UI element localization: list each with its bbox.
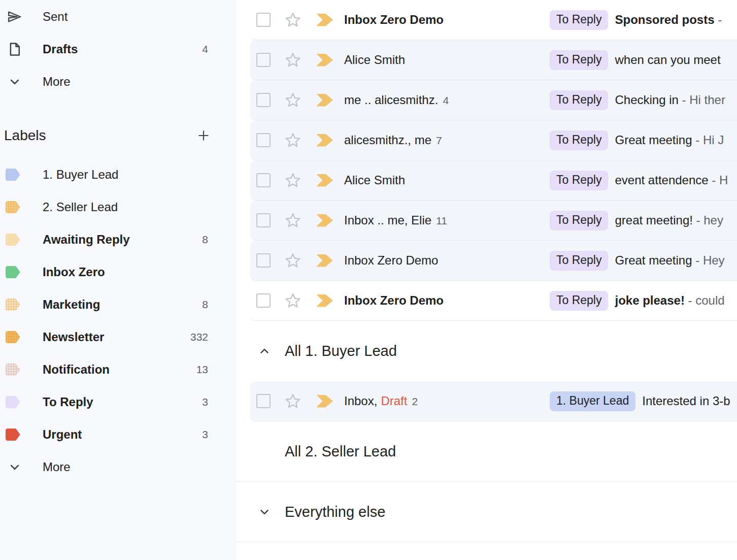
star-icon[interactable] bbox=[284, 251, 302, 270]
email-row[interactable]: Inbox .. me, Elie11 To Reply great meeti… bbox=[250, 201, 737, 241]
sidebar-item-label: More bbox=[43, 75, 71, 89]
subject-snippet: Checking in - Hi ther bbox=[615, 93, 737, 107]
label-tag-icon bbox=[5, 331, 21, 344]
sidebar-item-label: More bbox=[43, 460, 71, 474]
star-icon[interactable] bbox=[284, 11, 302, 29]
select-checkbox[interactable] bbox=[256, 13, 271, 27]
star-icon[interactable] bbox=[284, 51, 302, 69]
drafts-icon bbox=[7, 42, 22, 57]
star-icon[interactable] bbox=[284, 131, 302, 149]
labels-header: Labels bbox=[0, 120, 237, 151]
importance-marker-icon[interactable] bbox=[316, 174, 333, 187]
sidebar-label-marketing[interactable]: Marketing 8 bbox=[0, 288, 237, 321]
sidebar: Sent Drafts 4 More Labels 1. Bu bbox=[0, 0, 237, 560]
email-row[interactable]: Inbox Zero Demo To Reply Sponsored posts… bbox=[250, 0, 737, 40]
label-chip-to-reply[interactable]: To Reply bbox=[550, 171, 608, 190]
label-chip-to-reply[interactable]: To Reply bbox=[550, 291, 608, 311]
section-header-everything-else[interactable]: Everything else bbox=[237, 482, 737, 542]
star-icon[interactable] bbox=[284, 211, 302, 229]
label-name: Newsletter bbox=[43, 330, 104, 344]
label-count: 8 bbox=[202, 299, 208, 311]
importance-marker-icon[interactable] bbox=[316, 254, 333, 267]
thread-count: 2 bbox=[412, 396, 418, 408]
importance-marker-icon[interactable] bbox=[316, 294, 333, 307]
snippet: could bbox=[695, 293, 724, 307]
sender-name: alicesmithz., me bbox=[344, 133, 431, 147]
snippet: hey bbox=[704, 213, 723, 227]
select-checkbox[interactable] bbox=[256, 173, 271, 187]
importance-marker-icon[interactable] bbox=[316, 395, 333, 408]
chevron-up-icon[interactable] bbox=[258, 345, 271, 358]
snippet: Hi ther bbox=[689, 93, 725, 107]
select-checkbox[interactable] bbox=[256, 133, 271, 147]
chevron-down-icon[interactable] bbox=[258, 505, 271, 518]
label-chip-to-reply[interactable]: To Reply bbox=[550, 90, 608, 110]
sidebar-label-inbox-zero[interactable]: Inbox Zero bbox=[0, 256, 237, 288]
label-chip-to-reply[interactable]: To Reply bbox=[550, 211, 608, 230]
subject: event attendence bbox=[615, 173, 708, 187]
sender-name: Inbox Zero Demo bbox=[344, 13, 444, 27]
label-chip-to-reply[interactable]: To Reply bbox=[550, 130, 608, 150]
section-header-buyer-lead[interactable]: All 1. Buyer Lead bbox=[237, 321, 737, 381]
sidebar-label-newsletter[interactable]: Newsletter 332 bbox=[0, 321, 237, 353]
label-chip-to-reply[interactable]: To Reply bbox=[550, 50, 608, 70]
email-row[interactable]: Inbox Zero Demo To Reply Great meeting -… bbox=[250, 241, 737, 281]
subject: when can you meet bbox=[615, 53, 720, 67]
subject-snippet: Interested in 3-b bbox=[642, 394, 737, 408]
email-row[interactable]: me .. alicesmithz.4 To Reply Checking in… bbox=[250, 80, 737, 120]
sidebar-item-drafts[interactable]: Drafts 4 bbox=[0, 33, 237, 65]
labels-title: Labels bbox=[4, 127, 46, 144]
label-name: Inbox Zero bbox=[43, 265, 105, 279]
sidebar-label-notification[interactable]: Notification 13 bbox=[0, 353, 237, 386]
label-chip-to-reply[interactable]: To Reply bbox=[550, 10, 608, 30]
sidebar-item-sent[interactable]: Sent bbox=[0, 1, 237, 33]
importance-marker-icon[interactable] bbox=[316, 214, 333, 227]
importance-marker-icon[interactable] bbox=[316, 14, 333, 26]
create-label-button[interactable] bbox=[196, 128, 211, 143]
label-name: Marketing bbox=[43, 298, 100, 312]
select-checkbox[interactable] bbox=[256, 93, 271, 107]
star-icon[interactable] bbox=[284, 171, 302, 189]
label-chip-buyer-lead[interactable]: 1. Buyer Lead bbox=[550, 391, 635, 411]
section-header-seller-lead[interactable]: All 2. Seller Lead bbox=[237, 421, 737, 482]
email-row[interactable]: Alice Smith To Reply event attendence - … bbox=[250, 160, 737, 201]
sidebar-label-urgent[interactable]: Urgent 3 bbox=[0, 418, 237, 451]
select-checkbox[interactable] bbox=[256, 213, 271, 227]
subject-snippet: Sponsored posts - bbox=[615, 13, 737, 27]
select-checkbox[interactable] bbox=[256, 253, 271, 268]
star-icon[interactable] bbox=[284, 291, 302, 310]
sidebar-label-awaiting-reply[interactable]: Awaiting Reply 8 bbox=[0, 223, 237, 256]
sidebar-label-to-reply[interactable]: To Reply 3 bbox=[0, 386, 237, 418]
email-row[interactable]: Inbox Zero Demo To Reply joke please! - … bbox=[250, 281, 737, 321]
label-name: Urgent bbox=[43, 427, 82, 442]
subject: Sponsored posts bbox=[615, 13, 714, 26]
star-icon[interactable] bbox=[284, 91, 302, 109]
sidebar-item-label: Drafts bbox=[43, 42, 78, 56]
label-tag-icon bbox=[5, 201, 21, 214]
email-row[interactable]: alicesmithz., me7 To Reply Great meeting… bbox=[250, 120, 737, 160]
label-tag-icon bbox=[5, 168, 21, 181]
select-checkbox[interactable] bbox=[256, 53, 271, 67]
subject-snippet: great meeting! - hey bbox=[615, 213, 737, 227]
label-tag-icon bbox=[5, 363, 21, 376]
importance-marker-icon[interactable] bbox=[316, 54, 333, 67]
email-row[interactable]: Alice Smith To Reply when can you meet bbox=[250, 40, 737, 80]
sidebar-item-more-labels[interactable]: More bbox=[0, 451, 237, 483]
importance-marker-icon[interactable] bbox=[316, 94, 333, 107]
subject: Great meeting bbox=[615, 133, 692, 147]
subject-snippet: Great meeting - Hey bbox=[615, 253, 737, 268]
label-chip-to-reply[interactable]: To Reply bbox=[550, 251, 608, 271]
email-list: Inbox Zero Demo To Reply Sponsored posts… bbox=[237, 0, 737, 560]
send-icon bbox=[7, 9, 22, 24]
sidebar-label-seller-lead[interactable]: 2. Seller Lead bbox=[0, 191, 237, 223]
select-checkbox[interactable] bbox=[256, 394, 271, 408]
email-row-draft[interactable]: Inbox,Draft2 1. Buyer Lead Interested in… bbox=[250, 381, 737, 421]
select-checkbox[interactable] bbox=[256, 293, 271, 308]
sender-name: Inbox Zero Demo bbox=[344, 253, 438, 268]
star-icon[interactable] bbox=[284, 392, 302, 410]
subject: Interested in 3-b bbox=[642, 394, 730, 408]
sidebar-item-more-top[interactable]: More bbox=[0, 65, 237, 98]
sender-name: Inbox Zero Demo bbox=[344, 293, 444, 308]
sidebar-label-buyer-lead[interactable]: 1. Buyer Lead bbox=[0, 158, 237, 191]
importance-marker-icon[interactable] bbox=[316, 134, 333, 147]
